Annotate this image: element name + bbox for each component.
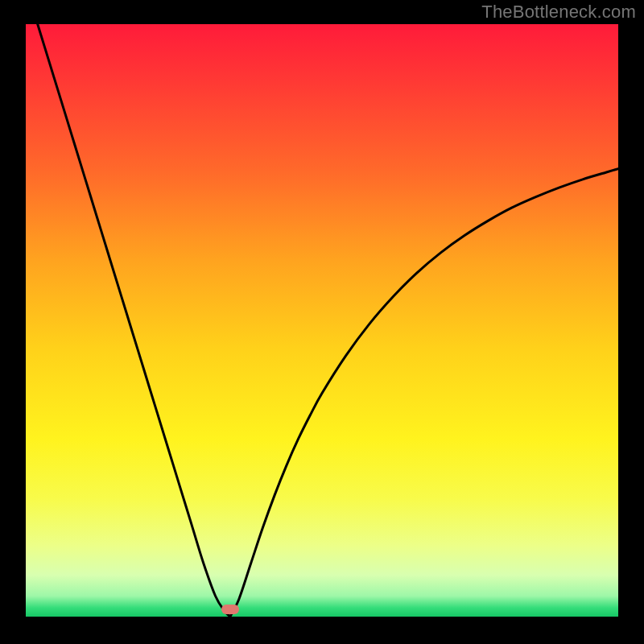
plot-area [26, 24, 618, 617]
gradient-background [26, 24, 618, 617]
optimal-point-marker [221, 605, 239, 614]
chart-svg [26, 24, 618, 617]
chart-frame: TheBottleneck.com [0, 0, 644, 644]
watermark-label: TheBottleneck.com [481, 2, 636, 23]
